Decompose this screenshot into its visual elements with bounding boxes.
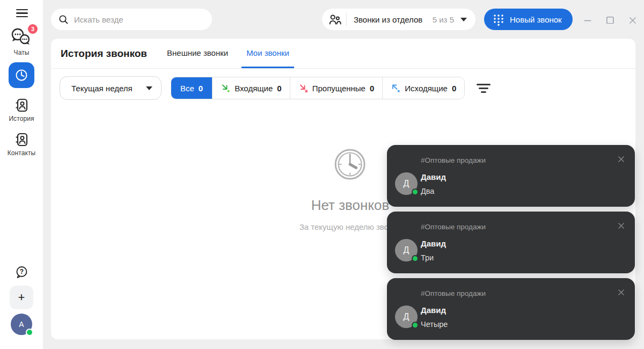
minimize-icon bbox=[583, 15, 592, 24]
toast-avatar: Д bbox=[395, 172, 418, 195]
maximize-button[interactable] bbox=[605, 13, 615, 26]
sidebar-item-chats[interactable]: 3 Чаты bbox=[0, 27, 43, 56]
toast-message: Три bbox=[421, 253, 434, 262]
period-dropdown[interactable]: Текущая неделя bbox=[60, 76, 162, 100]
plus-icon: + bbox=[18, 290, 25, 304]
sidebar-item-contacts[interactable]: Контакты bbox=[0, 132, 43, 157]
incoming-call-icon bbox=[221, 83, 230, 93]
page-title: История звонков bbox=[61, 48, 147, 60]
sidebar-item-history[interactable]: История bbox=[0, 98, 43, 122]
hamburger-menu-icon[interactable] bbox=[16, 9, 28, 17]
avatar-letter: A bbox=[19, 320, 24, 329]
maximize-icon bbox=[606, 15, 614, 24]
outgoing-call-icon bbox=[391, 83, 400, 93]
segment-count: 0 bbox=[277, 84, 281, 93]
online-status-dot bbox=[412, 255, 419, 262]
close-icon bbox=[617, 155, 625, 163]
close-button[interactable] bbox=[628, 13, 638, 26]
toast-sender-name: Давид bbox=[421, 239, 446, 248]
segment-missed[interactable]: Пропущенные 0 bbox=[290, 77, 383, 99]
avatar-letter: Д bbox=[404, 245, 409, 255]
toast-sender-name: Давид bbox=[421, 172, 446, 181]
toast-message: Два bbox=[421, 187, 434, 195]
contact-book-icon bbox=[14, 132, 29, 147]
help-button[interactable]: ? bbox=[0, 265, 43, 279]
notification-toast[interactable]: #Оптовые продажи Д Давид Три bbox=[387, 212, 635, 273]
app-window: 3 Чаты История bbox=[0, 0, 644, 349]
sidebar-item-label: История bbox=[9, 115, 34, 122]
new-call-button[interactable]: Новый звонок bbox=[484, 9, 573, 30]
missed-call-icon bbox=[298, 83, 308, 93]
close-icon bbox=[628, 15, 637, 24]
notification-toast[interactable]: #Оптовые продажи Д Давид Четыре bbox=[387, 278, 635, 340]
period-label: Текущая неделя bbox=[71, 84, 133, 93]
online-status-dot bbox=[412, 322, 419, 329]
search-icon bbox=[58, 14, 69, 25]
global-search[interactable] bbox=[51, 9, 212, 30]
people-group-icon bbox=[328, 13, 341, 26]
empty-state-title: Нет звонков bbox=[299, 197, 401, 214]
dialpad-icon bbox=[493, 13, 504, 26]
svg-text:?: ? bbox=[19, 268, 23, 275]
toast-close-button[interactable] bbox=[616, 287, 626, 297]
toast-close-button[interactable] bbox=[616, 220, 626, 231]
empty-clock-icon bbox=[334, 148, 367, 181]
filters-row: Текущая неделя Все 0 Входящие 0 bbox=[60, 76, 635, 100]
call-type-segmented-control: Все 0 Входящие 0 Пропущенные bbox=[171, 77, 465, 99]
search-input[interactable] bbox=[74, 15, 197, 24]
sidebar-item-call-history-active[interactable] bbox=[9, 62, 34, 88]
toast-channel: #Оптовые продажи bbox=[421, 289, 486, 297]
department-filter-count: 5 из 5 bbox=[433, 15, 454, 24]
window-controls bbox=[583, 13, 638, 26]
department-filter-label: Звонки из отделов bbox=[354, 15, 422, 24]
close-icon bbox=[617, 222, 625, 230]
segment-incoming[interactable]: Входящие 0 bbox=[212, 77, 289, 99]
empty-state: Нет звонков За текущую неделю звонко bbox=[299, 148, 401, 231]
avatar-letter: Д bbox=[404, 312, 409, 322]
add-button[interactable]: + bbox=[10, 286, 33, 309]
toast-avatar: Д bbox=[395, 239, 418, 261]
segment-count: 0 bbox=[370, 84, 374, 93]
online-status-dot bbox=[412, 188, 419, 195]
department-calls-dropdown[interactable]: Звонки из отделов 5 из 5 bbox=[322, 9, 475, 30]
segment-outgoing[interactable]: Исходящие 0 bbox=[382, 77, 464, 99]
avatar-letter: Д bbox=[404, 179, 409, 188]
segment-count: 0 bbox=[452, 84, 456, 93]
sidebar: 3 Чаты История bbox=[0, 0, 43, 349]
online-status-dot bbox=[26, 329, 33, 336]
tab-external-calls[interactable]: Внешние звонки bbox=[162, 39, 233, 68]
clock-icon bbox=[14, 68, 28, 82]
segment-label: Входящие bbox=[235, 84, 273, 93]
empty-state-subtitle: За текущую неделю звонко bbox=[299, 222, 401, 231]
sidebar-item-label: Контакты bbox=[8, 149, 36, 157]
chats-unread-badge: 3 bbox=[27, 23, 39, 35]
toast-avatar: Д bbox=[395, 306, 418, 328]
user-avatar[interactable]: A bbox=[11, 314, 32, 335]
notification-toast[interactable]: #Оптовые продажи Д Давид Два bbox=[387, 145, 635, 207]
toast-sender-name: Давид bbox=[421, 306, 446, 315]
close-icon bbox=[617, 288, 625, 296]
sidebar-item-label: Чаты bbox=[14, 49, 30, 56]
tab-my-calls[interactable]: Мои звонки bbox=[241, 39, 294, 68]
panel-header: История звонков Внешние звонки Мои звонк… bbox=[51, 39, 635, 69]
toast-close-button[interactable] bbox=[616, 154, 626, 164]
segment-label: Все bbox=[180, 84, 194, 93]
filter-button[interactable] bbox=[473, 81, 494, 96]
segment-label: Исходящие bbox=[405, 84, 448, 93]
toast-channel: #Оптовые продажи bbox=[421, 223, 486, 231]
contact-book-icon bbox=[14, 98, 29, 113]
chevron-down-icon bbox=[146, 86, 152, 90]
segment-count: 0 bbox=[199, 84, 203, 93]
minimize-button[interactable] bbox=[583, 13, 592, 26]
segment-all[interactable]: Все 0 bbox=[171, 77, 212, 99]
divider bbox=[346, 13, 347, 26]
chevron-down-icon bbox=[460, 18, 467, 21]
toast-message: Четыре bbox=[421, 320, 448, 329]
help-icon: ? bbox=[15, 265, 28, 279]
new-call-label: Новый звонок bbox=[510, 15, 562, 24]
toast-channel: #Оптовые продажи bbox=[421, 156, 486, 164]
notification-stack: #Оптовые продажи Д Давид Два #Оптовые пр… bbox=[387, 145, 635, 340]
segment-label: Пропущенные bbox=[312, 84, 365, 93]
